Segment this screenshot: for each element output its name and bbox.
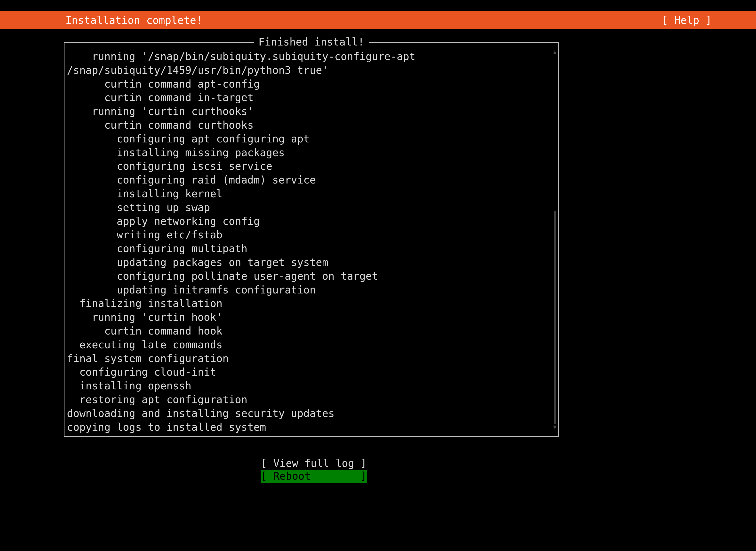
page-title: Installation complete! (65, 14, 202, 26)
content-area: Finished install! running '/snap/bin/sub… (0, 29, 756, 483)
header-bar: Installation complete! [ Help ] (0, 11, 756, 29)
scroll-down-icon[interactable]: ▼ (553, 424, 557, 431)
log-output: running '/snap/bin/subiquity.subiquity-c… (67, 50, 556, 434)
help-button[interactable]: [ Help ] (662, 14, 712, 26)
log-frame: Finished install! running '/snap/bin/sub… (64, 42, 558, 437)
scroll-up-icon[interactable]: ▲ (553, 49, 557, 56)
footer-buttons: [ View full log ] [ Reboot ] (261, 457, 692, 483)
reboot-button[interactable]: [ Reboot ] (261, 470, 367, 483)
scroll-thumb[interactable] (554, 211, 556, 424)
scrollbar[interactable]: ▲ ▼ (554, 50, 556, 429)
log-body: running '/snap/bin/subiquity.subiquity-c… (67, 50, 556, 434)
view-full-log-button[interactable]: [ View full log ] (261, 457, 692, 470)
frame-legend: Finished install! (254, 36, 369, 48)
titlebar-spacer (0, 0, 756, 11)
